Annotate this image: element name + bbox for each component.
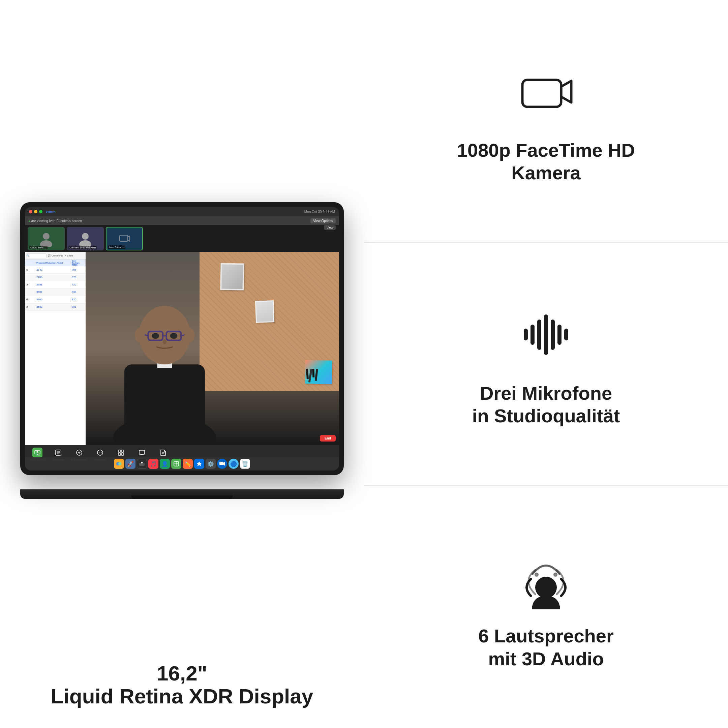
feature-camera: 1080p FaceTime HD Kamera	[364, 0, 728, 243]
mic-feature-title: Drei Mikrofone in Studioqualität	[472, 382, 620, 427]
left-section: zoom Mon Oct 30 9:41 AM ● are viewing Iv…	[0, 0, 364, 728]
video-thumb-ivan: Ivan Fuentes	[106, 227, 143, 251]
svg-point-17	[163, 339, 167, 344]
zoom-menubar: zoom Mon Oct 30 9:41 AM	[25, 207, 339, 216]
display-name: Liquid Retina XDR Display	[0, 685, 364, 708]
svg-point-51	[535, 577, 557, 598]
notes-icon	[158, 448, 168, 458]
share-sheet-btn[interactable]: ↗ Share	[64, 254, 73, 257]
dock-zoom[interactable]	[217, 459, 227, 469]
feature-microphone: Drei Mikrofone in Studioqualität	[364, 243, 728, 486]
zoom-ui: zoom Mon Oct 30 9:41 AM ● are viewing Iv…	[25, 207, 339, 471]
zoom-dock: 🚀 🎵 👤	[25, 457, 339, 471]
macbook-screen-outer: zoom Mon Oct 30 9:41 AM ● are viewing Iv…	[20, 202, 344, 475]
svg-rect-49	[522, 80, 561, 107]
svg-rect-4	[120, 235, 128, 241]
dock-systemprefs[interactable]: ⚙️	[206, 459, 216, 469]
svg-marker-48	[223, 462, 225, 466]
close-dot[interactable]	[29, 210, 32, 213]
svg-rect-35	[121, 453, 124, 455]
macbook-screen: zoom Mon Oct 30 9:41 AM ● are viewing Iv…	[25, 207, 339, 471]
svg-point-18	[135, 327, 145, 342]
sheet-row: 3352 838	[25, 289, 86, 296]
svg-point-2	[82, 233, 89, 240]
thumb-label-ivan: Ivan Fuentes	[108, 245, 125, 249]
dock-contacts[interactable]: 👤	[160, 459, 170, 469]
svg-rect-32	[118, 450, 121, 452]
camera-feature-title: 1080p FaceTime HD Kamera	[457, 139, 635, 184]
end-button[interactable]: End	[320, 435, 336, 442]
artwork-2	[255, 300, 274, 323]
dock-launchpad[interactable]: 🚀	[125, 459, 136, 469]
svg-marker-5	[128, 236, 130, 241]
col-header-3: Cost Savings (USD)	[70, 259, 86, 267]
sheet-toolbar: 💬 Comments ↗ Share	[25, 252, 86, 260]
col-header-1	[25, 262, 35, 263]
view-button[interactable]: View	[324, 225, 336, 230]
dock-affinity[interactable]: ✏️	[183, 459, 193, 469]
zoom-logo: zoom	[46, 210, 56, 214]
display-size: 16,2"	[0, 662, 364, 685]
spreadsheet-panel: 💬 Comments ↗ Share Projected Reduction (…	[25, 252, 86, 445]
svg-point-53	[554, 573, 557, 577]
speaker-icon-container	[512, 544, 580, 611]
dock-finder[interactable]	[114, 459, 124, 469]
camera-icon	[519, 65, 573, 119]
right-section: 1080p FaceTime HD Kamera Drei Mikrofone …	[364, 0, 728, 728]
sheet-search[interactable]	[26, 254, 46, 258]
svg-point-52	[535, 573, 538, 577]
dock-appletv[interactable]	[137, 459, 147, 469]
dock-appstore[interactable]	[194, 459, 204, 469]
svg-rect-36	[139, 450, 145, 454]
svg-point-15	[151, 333, 159, 338]
whiteboards-icon	[137, 448, 147, 458]
person-feed: End	[86, 252, 339, 445]
video-thumb-carmen: Carmen Sharafeldeen	[67, 227, 104, 251]
svg-rect-47	[219, 462, 223, 465]
svg-point-0	[43, 233, 49, 240]
speaker-icon	[512, 544, 580, 611]
thumb-label-carmen: Carmen Sharafeldeen	[69, 246, 97, 249]
svg-point-42	[118, 462, 122, 465]
svg-point-31	[101, 452, 101, 453]
menubar-time: Mon Oct 30 9:41 AM	[304, 210, 335, 214]
screen-share-bar: ● are viewing Ivan Fuentes's screen View…	[25, 216, 339, 225]
sheet-row: 6 3143 786	[25, 266, 86, 274]
svg-rect-34	[118, 453, 121, 455]
dock-music[interactable]: 🎵	[148, 459, 158, 469]
wave-bar-6	[557, 324, 561, 345]
wave-bar-1	[524, 329, 528, 340]
screen-share-text: ● are viewing Ivan Fuentes's screen	[28, 219, 82, 223]
camera-icon-container	[512, 58, 580, 125]
video-row: David Beau... Carmen Sharafeldeen	[25, 225, 339, 252]
summary-icon	[53, 448, 63, 458]
macbook-container: zoom Mon Oct 30 9:41 AM ● are viewing Iv…	[20, 202, 344, 499]
dock-find-my[interactable]: 🔵	[228, 459, 239, 469]
maximize-dot[interactable]	[39, 210, 43, 213]
speaker-feature-title: 6 Lautsprecher mit 3D Audio	[478, 624, 614, 670]
svg-rect-33	[121, 450, 124, 452]
apps-icon	[116, 448, 126, 458]
dock-trash[interactable]: 🗑️	[240, 459, 250, 469]
feature-speakers: 6 Lautsprecher mit 3D Audio	[364, 486, 728, 728]
window-controls	[29, 210, 43, 213]
svg-rect-7	[124, 364, 205, 445]
svg-point-19	[184, 327, 194, 342]
bottom-display-info: 16,2" Liquid Retina XDR Display	[0, 662, 364, 708]
comments-btn[interactable]: 💬 Comments	[48, 254, 63, 257]
dock-numbers[interactable]	[171, 459, 181, 469]
wave-bar-7	[564, 329, 568, 340]
person-svg	[86, 262, 247, 445]
svg-marker-50	[561, 81, 571, 102]
view-options-button[interactable]: View Options	[310, 219, 336, 223]
artwork-3	[305, 360, 332, 384]
svg-point-29	[97, 450, 103, 455]
mic-icon-container	[512, 301, 580, 369]
main-content: 💬 Comments ↗ Share Projected Reduction (…	[25, 252, 339, 445]
thumb-label-david: David Beau...	[29, 246, 47, 249]
sheet-header: Projected Reduction (Tons) Cost Savings …	[25, 260, 86, 266]
svg-point-16	[170, 333, 177, 338]
minimize-dot[interactable]	[34, 210, 37, 213]
share-screen-icon	[32, 448, 43, 458]
wave-bar-2	[531, 324, 535, 345]
